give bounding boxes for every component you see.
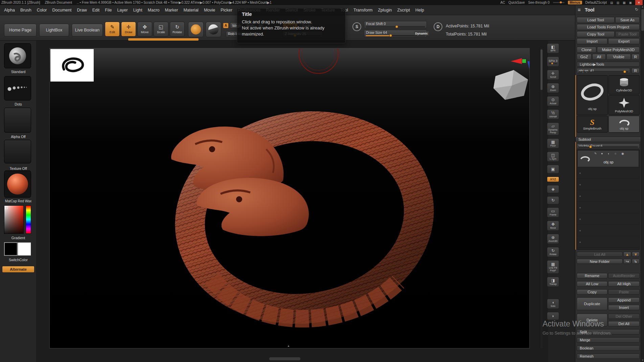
goz-all-button[interactable]: All: [592, 54, 606, 60]
refresh-icon[interactable]: ↻: [635, 7, 638, 12]
a-toggle[interactable]: A: [223, 23, 228, 28]
layout-icon-3[interactable]: ▦: [623, 1, 626, 4]
layout-icon-4[interactable]: ▣: [629, 1, 632, 4]
new-folder-button[interactable]: New Folder: [577, 259, 623, 264]
subtool-empty-slot[interactable]: [577, 214, 639, 225]
folder-branch-button[interactable]: ↳: [632, 259, 640, 264]
append-button[interactable]: Append: [608, 297, 640, 303]
visible-count-knob[interactable]: [589, 145, 592, 148]
lightbox-tools-bar[interactable]: Lightbox▶Tools: [577, 62, 640, 67]
spix-knob[interactable]: [551, 63, 553, 64]
tool-palette-header[interactable]: ≡ Tool ↻: [575, 5, 641, 15]
zoom-3d-button[interactable]: ⊕Zoom3D: [547, 234, 559, 244]
active-tool-knob[interactable]: [623, 70, 626, 73]
autoreorder-button[interactable]: AutoReorder: [608, 273, 640, 278]
paste-tool-button[interactable]: Paste Tool: [615, 31, 640, 37]
subtool-empty-slot[interactable]: [577, 237, 639, 248]
secondary-color-swatch[interactable]: [18, 242, 31, 256]
load-tools-from-project-button[interactable]: Load Tools From Project: [577, 24, 640, 30]
menu-material[interactable]: Material: [181, 5, 201, 15]
current-alpha-thumb[interactable]: [4, 108, 31, 133]
del-other-button[interactable]: Del Other: [608, 314, 640, 319]
ghost-transp-button[interactable]: ◗: [547, 312, 559, 320]
aahalf-button[interactable]: ½AAHalf: [547, 109, 559, 119]
delete-button[interactable]: Delete: [577, 314, 607, 326]
menu-color[interactable]: Color: [34, 5, 50, 15]
active-tool-slider[interactable]: obj sp. 41: [577, 68, 630, 73]
canvas-area[interactable]: ▲: [37, 41, 548, 362]
menu-movie[interactable]: Movie: [201, 5, 218, 15]
zbrush-document[interactable]: ▲: [49, 48, 530, 348]
split-section-header[interactable]: Split: [577, 329, 640, 335]
active-tool-r-button[interactable]: R: [631, 68, 640, 73]
export-button[interactable]: Export: [608, 38, 640, 44]
default-zscript-button[interactable]: DefaultZScript: [585, 1, 607, 4]
menu-layer[interactable]: Layer: [114, 5, 130, 15]
dragon-ring-model[interactable]: [50, 48, 530, 348]
polyframe-button[interactable]: ▦Line Fill PolyF: [547, 260, 559, 274]
merge-section-header[interactable]: Merge: [577, 337, 640, 343]
subtool-empty-slot[interactable]: [577, 191, 639, 202]
clone-button[interactable]: Clone: [577, 47, 596, 53]
subtool-empty-slot[interactable]: [577, 168, 639, 179]
canvas-vscroll-thumb[interactable]: [540, 49, 543, 90]
close-button[interactable]: ✕: [635, 0, 643, 5]
rename-button[interactable]: Rename: [577, 273, 607, 278]
quicksave-button[interactable]: QuickSave: [508, 1, 525, 4]
menu-edit[interactable]: Edit: [90, 5, 102, 15]
menu-macro[interactable]: Macro: [145, 5, 162, 15]
half-visibility-icon[interactable]: ◐: [608, 152, 610, 155]
menu-zplugin[interactable]: Zplugin: [375, 5, 394, 15]
alternate-button[interactable]: Alternate: [2, 266, 34, 273]
current-material-thumb[interactable]: [4, 171, 31, 198]
live-boolean-button[interactable]: Live Boolean: [72, 24, 103, 37]
polypaint-icon[interactable]: ✎: [594, 152, 597, 155]
subtool-empty-slot[interactable]: [577, 225, 639, 236]
all-high-button[interactable]: All High: [608, 281, 640, 287]
layout-icon-2[interactable]: ▥: [616, 1, 619, 4]
menu-light[interactable]: Light: [131, 5, 145, 15]
focal-shift-slider[interactable]: Focal Shift 0: [364, 21, 427, 28]
floor-button[interactable]: ▦Floor: [547, 138, 559, 149]
draw-mode-button[interactable]: ✛ Draw: [121, 22, 136, 37]
actual-button[interactable]: ⊙Actual: [547, 96, 559, 106]
focal-shift-knob[interactable]: [395, 25, 398, 28]
zoom-button[interactable]: ⊕Zoom: [547, 83, 559, 93]
boolean-section-header[interactable]: Boolean: [577, 345, 640, 351]
color-picker-cursor[interactable]: [5, 206, 8, 209]
local-symmetry-button[interactable]: ◫L.Sym: [547, 152, 559, 162]
draw-size-knob[interactable]: [389, 34, 392, 37]
load-tool-button[interactable]: Load Tool: [577, 17, 615, 23]
menu-zscript[interactable]: Zscript: [394, 5, 413, 15]
subtool-up-button[interactable]: ▲: [623, 252, 631, 257]
menus-toggle[interactable]: Menus: [568, 1, 582, 4]
xyz-symmetry-button[interactable]: XYZ: [547, 177, 559, 182]
copy-tool-button[interactable]: Copy Tool: [577, 31, 615, 37]
scroll-button[interactable]: ✛Scroll: [547, 70, 559, 80]
eye-icon[interactable]: ◉: [621, 152, 624, 155]
home-page-button[interactable]: Home Page: [4, 24, 37, 37]
rotate-3d-button[interactable]: ↻Rotate: [547, 247, 559, 257]
dock-divider-arrow[interactable]: ▲: [287, 344, 290, 347]
subtool-section-header[interactable]: Subtool: [575, 137, 641, 142]
current-brush-thumb[interactable]: [4, 43, 31, 68]
current-stroke-button[interactable]: [188, 22, 204, 37]
make-polymesh3d-button[interactable]: Make PolyMesh3D: [597, 47, 640, 53]
transparency-button[interactable]: ◨Transp: [547, 277, 559, 287]
scroll-up-arrow[interactable]: ▲: [641, 5, 644, 8]
tool-thumb-polymesh3d[interactable]: PolyMesh3D: [608, 95, 640, 115]
hue-bar[interactable]: [26, 205, 31, 234]
remesh-section-header[interactable]: Remesh: [577, 354, 640, 359]
current-stroke-thumb[interactable]: [4, 76, 31, 100]
subtool-copy-button[interactable]: Copy: [577, 289, 607, 295]
menu-file[interactable]: File: [102, 5, 114, 15]
hamburger-icon[interactable]: ≡: [578, 7, 581, 13]
menu-draw[interactable]: Draw: [74, 5, 90, 15]
menu-alpha[interactable]: Alpha: [1, 5, 18, 15]
tool-thumb-objsp-selected[interactable]: obj sp: [608, 116, 640, 133]
bounding-box-button[interactable]: ▣: [547, 165, 559, 174]
panel-scrollbar[interactable]: ▲ ▼: [641, 5, 644, 362]
move-mode-button[interactable]: ✥ Move: [137, 22, 152, 37]
move-3d-button[interactable]: ✥Move: [547, 221, 559, 231]
menu-picker[interactable]: Picker: [218, 5, 235, 15]
